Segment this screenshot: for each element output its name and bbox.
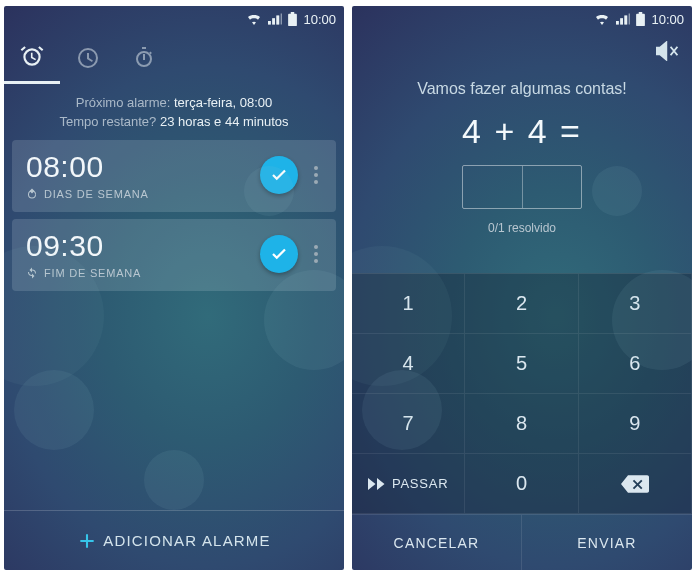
tab-alarm[interactable] [4,32,60,84]
alarm-list: 08:00 DIAS DE SEMANA 09:30 FIM DE SEMANA [4,140,344,291]
next-alarm-value: terça-feira, 08:00 [174,95,272,110]
answer-digit [523,166,582,208]
key-7[interactable]: 7 [352,394,465,454]
signal-icon [268,13,282,25]
time-remaining-label: Tempo restante? [59,114,156,129]
status-time: 10:00 [651,12,684,27]
status-bar: 10:00 [4,6,344,32]
alarm-toggle-on[interactable] [260,156,298,194]
key-9[interactable]: 9 [579,394,692,454]
alarm-repeat: DIAS DE SEMANA [26,188,260,200]
next-alarm-summary: Próximo alarme: terça-feira, 08:00 Tempo… [4,84,344,140]
tab-bar [4,32,344,84]
add-alarm-label: ADICIONAR ALARME [103,532,271,549]
next-alarm-label: Próximo alarme: [76,95,171,110]
backspace-icon [621,475,649,493]
tab-timer[interactable] [60,32,116,84]
answer-digit [463,166,523,208]
key-5[interactable]: 5 [465,334,578,394]
time-remaining-value: 23 horas e 44 minutos [160,114,289,129]
key-8[interactable]: 8 [465,394,578,454]
action-bar: CANCELAR ENVIAR [352,514,692,570]
speaker-mute-icon [656,41,680,61]
send-button[interactable]: ENVIAR [522,515,692,570]
repeat-icon [26,188,38,200]
status-bar: 10:00 [352,6,692,32]
alarm-clock-icon [19,44,45,70]
key-6[interactable]: 6 [579,334,692,394]
plus-icon [77,531,97,551]
equation-text: 4 + 4 = [352,112,692,151]
key-1[interactable]: 1 [352,274,465,334]
status-time: 10:00 [303,12,336,27]
battery-icon [636,12,645,26]
alarm-repeat: FIM DE SEMANA [26,267,260,279]
wifi-icon [246,13,262,25]
repeat-icon [26,267,38,279]
wifi-icon [594,13,610,25]
stopwatch-icon [132,46,156,70]
alarm-toggle-on[interactable] [260,235,298,273]
fast-forward-icon [368,477,386,491]
alarm-card[interactable]: 09:30 FIM DE SEMANA [12,219,336,291]
alarm-time: 08:00 [26,150,260,184]
progress-text: 0/1 resolvido [352,221,692,235]
key-backspace[interactable] [579,454,692,514]
mute-button[interactable] [656,41,680,65]
header-row [352,32,692,74]
battery-icon [288,12,297,26]
math-challenge-screen: 10:00 Vamos fazer algumas contas! 4 + 4 … [352,6,692,570]
key-2[interactable]: 2 [465,274,578,334]
signal-icon [616,13,630,25]
alarms-screen: 10:00 Próximo alarme: terça-feira, 08:00… [4,6,344,570]
cancel-button[interactable]: CANCELAR [352,515,522,570]
key-skip[interactable]: PASSAR [352,454,465,514]
answer-input[interactable] [462,165,582,209]
alarm-menu-button[interactable] [306,245,326,263]
tab-stopwatch[interactable] [116,32,172,84]
alarm-menu-button[interactable] [306,166,326,184]
numeric-keypad: 1 2 3 4 5 6 7 8 9 PASSAR 0 [352,273,692,514]
alarm-time: 09:30 [26,229,260,263]
key-4[interactable]: 4 [352,334,465,394]
alarm-card[interactable]: 08:00 DIAS DE SEMANA [12,140,336,212]
key-3[interactable]: 3 [579,274,692,334]
check-icon [270,245,288,263]
hourglass-icon [76,46,100,70]
check-icon [270,166,288,184]
key-0[interactable]: 0 [465,454,578,514]
add-alarm-button[interactable]: ADICIONAR ALARME [4,510,344,570]
challenge-title: Vamos fazer algumas contas! [352,80,692,98]
